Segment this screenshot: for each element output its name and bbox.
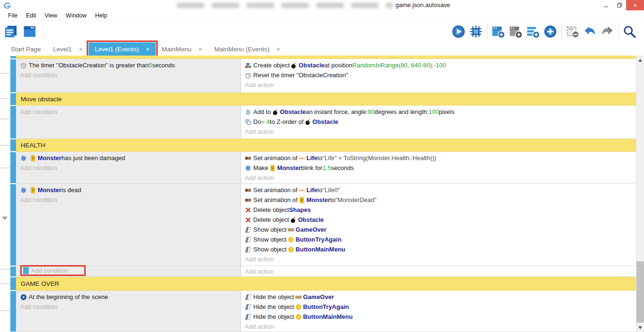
- action-line[interactable]: Delete object Shapes: [245, 205, 636, 215]
- actions-cell[interactable]: Set animation of Life to "Life" + ToStri…: [241, 152, 636, 183]
- event-row: Monster has just been damagedAdd conditi…: [10, 152, 636, 184]
- actions-cell[interactable]: Add action: [241, 266, 636, 276]
- action-line[interactable]: Show object GameOver: [245, 225, 636, 235]
- tab-close-icon[interactable]: ×: [146, 46, 150, 53]
- menu-edit[interactable]: Edit: [22, 11, 40, 20]
- add-subevent-button[interactable]: [508, 24, 523, 39]
- menu-window[interactable]: Window: [62, 11, 91, 20]
- visibility-icon: [245, 246, 251, 253]
- event-drag-bar[interactable]: [10, 277, 16, 291]
- menu-help[interactable]: Help: [91, 11, 112, 20]
- scroll-up-arrow[interactable]: [638, 59, 642, 62]
- actions-cell[interactable]: Add to Obstacle an instant force, angle:…: [241, 105, 636, 138]
- action-line[interactable]: Do = 4 to Z-order of Obstacle: [245, 117, 636, 127]
- collapse-arrow[interactable]: [2, 217, 8, 220]
- tab-mainmenu-events[interactable]: MainMenu (Events)×: [208, 42, 286, 56]
- event-handle-icon[interactable]: [23, 267, 29, 274]
- add-action[interactable]: Add action: [245, 254, 636, 264]
- add-condition[interactable]: Add condition: [20, 302, 241, 312]
- text-segment: Create object: [253, 62, 290, 69]
- minimize-button[interactable]: [599, 0, 612, 10]
- tree-tick: [1, 119, 10, 119]
- tab-level1[interactable]: Level1×: [47, 42, 89, 56]
- add-condition[interactable]: Add condition: [20, 195, 241, 205]
- condition-line[interactable]: Monster is dead: [20, 185, 241, 195]
- tab-close-icon[interactable]: ×: [199, 46, 202, 53]
- event-drag-bar[interactable]: [10, 184, 16, 266]
- add-action[interactable]: Add action: [245, 267, 636, 276]
- menu-view[interactable]: View: [40, 11, 62, 20]
- add-comment-button[interactable]: [526, 24, 540, 39]
- redo-button[interactable]: [600, 24, 614, 39]
- action-line[interactable]: Make Monster blink for 1.5 seconds: [245, 163, 636, 173]
- comment-body[interactable]: Move obstacle: [16, 93, 636, 105]
- add-condition[interactable]: Add condition: [20, 163, 241, 173]
- event-drag-bar[interactable]: [10, 59, 16, 93]
- conditions-cell[interactable]: Monster has just been damagedAdd conditi…: [16, 152, 241, 183]
- add-action[interactable]: Add action: [245, 127, 636, 137]
- remove-event-button[interactable]: [565, 24, 580, 39]
- condition-line[interactable]: The timer "ObstacleCreation" is greater …: [20, 60, 241, 70]
- condition-line[interactable]: Monster has just been damaged: [20, 153, 241, 163]
- tab-close-icon[interactable]: ×: [276, 46, 280, 53]
- event-drag-bar[interactable]: [10, 105, 16, 139]
- vertical-scrollbar[interactable]: [636, 56, 644, 332]
- action-line[interactable]: Set animation of Life to "Life" + ToStri…: [245, 153, 636, 163]
- conditions-cell[interactable]: The timer "ObstacleCreation" is greater …: [16, 59, 241, 92]
- event-drag-bar[interactable]: [10, 56, 16, 59]
- action-line[interactable]: Add to Obstacle an instant force, angle:…: [245, 107, 636, 117]
- action-line[interactable]: Show object ButtonMainMenu: [245, 244, 636, 254]
- scene-window-button[interactable]: [23, 24, 37, 39]
- text-segment: ButtonMainMenu: [296, 246, 345, 253]
- action-line[interactable]: Delete object Obstacle: [245, 215, 636, 225]
- action-line[interactable]: Create object Obstacle at position Rando…: [245, 60, 636, 70]
- action-line[interactable]: Reset the timer "ObstacleCreation": [245, 70, 636, 80]
- comment-body[interactable]: GAME OVER: [16, 277, 636, 291]
- event-drag-bar[interactable]: [10, 152, 16, 184]
- add-event-button[interactable]: [491, 24, 505, 39]
- actions-cell[interactable]: Hide the object GameOverHide the object …: [241, 291, 636, 332]
- action-line[interactable]: Set animation of Monster to "MonsterDead…: [245, 195, 636, 205]
- add-circle-button[interactable]: [543, 24, 557, 39]
- debug-button[interactable]: [469, 24, 483, 39]
- condition-line[interactable]: At the beginning of the scene: [20, 292, 241, 302]
- text-segment: "Life" + ToString(Monster.Health::Health…: [322, 154, 436, 162]
- scroll-down-arrow[interactable]: [638, 326, 642, 329]
- add-action[interactable]: Add action: [245, 80, 636, 90]
- event-drag-bar[interactable]: [10, 291, 16, 332]
- action-line[interactable]: Hide the object GameOver: [245, 292, 636, 302]
- tab-level1-events[interactable]: Level1 (Events)×: [89, 42, 155, 56]
- conditions-cell[interactable]: Monster is deadAdd condition: [16, 184, 241, 266]
- actions-cell[interactable]: Create object Obstacle at position Rando…: [241, 59, 636, 92]
- search-button[interactable]: [622, 24, 636, 39]
- tab-mainmenu[interactable]: MainMenu×: [156, 42, 209, 56]
- add-condition[interactable]: Add condition: [20, 70, 241, 80]
- add-condition[interactable]: Add condition: [20, 107, 241, 117]
- conditions-cell[interactable]: Add condition: [16, 105, 241, 138]
- action-line[interactable]: Hide the object ButtonTryAgain: [245, 302, 636, 312]
- project-manager-button[interactable]: [4, 24, 18, 39]
- menu-file[interactable]: File: [4, 11, 22, 20]
- add-action[interactable]: Add action: [245, 322, 636, 332]
- comment-body[interactable]: [16, 56, 636, 59]
- comment-body[interactable]: HEALTH: [16, 139, 636, 152]
- text-segment: to: [317, 154, 322, 162]
- maximize-button[interactable]: [612, 0, 626, 10]
- close-button[interactable]: ×: [626, 0, 644, 10]
- scroll-thumb[interactable]: [636, 261, 644, 323]
- undo-button[interactable]: [583, 24, 597, 39]
- play-button[interactable]: [451, 24, 466, 39]
- add-action[interactable]: Add action: [245, 173, 636, 183]
- action-line[interactable]: Show object ButtonTryAgain: [245, 235, 636, 244]
- tab-close-icon[interactable]: ×: [79, 46, 83, 53]
- event-drag-bar[interactable]: [10, 266, 16, 277]
- conditions-cell[interactable]: At the beginning of the sceneAdd conditi…: [16, 291, 241, 332]
- annotated-add-condition[interactable]: Add condition: [22, 267, 84, 275]
- event-drag-bar[interactable]: [10, 139, 16, 152]
- action-line[interactable]: Set animation of Life to "Life0": [245, 185, 636, 195]
- action-line[interactable]: Hide the object ButtonMainMenu: [245, 312, 636, 322]
- event-drag-bar[interactable]: [10, 93, 16, 105]
- tab-start-page[interactable]: Start Page: [5, 42, 47, 56]
- actions-cell[interactable]: Set animation of Life to "Life0"Set anim…: [241, 184, 636, 266]
- conditions-cell[interactable]: Add condition: [16, 266, 241, 276]
